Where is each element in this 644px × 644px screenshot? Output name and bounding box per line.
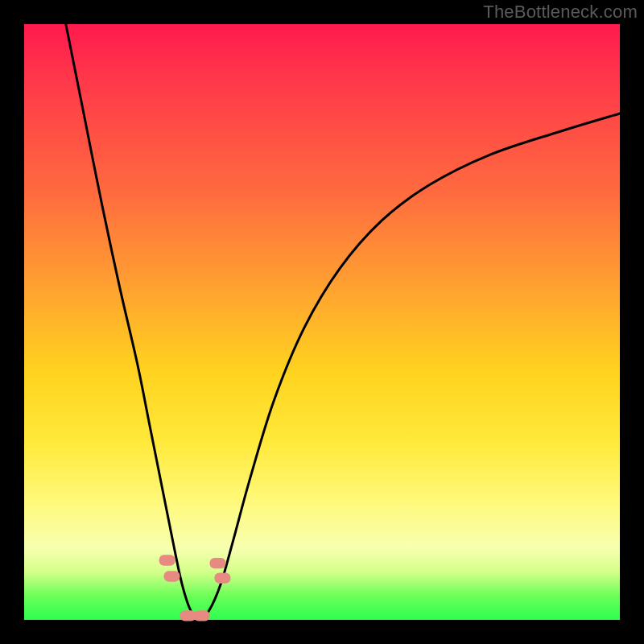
curve-marker: [194, 610, 210, 621]
curve-svg: [24, 24, 620, 620]
curve-marker: [164, 571, 180, 581]
plot-area: [24, 24, 620, 620]
curve-marker: [180, 610, 196, 621]
curve-marker: [214, 573, 230, 584]
watermark-text: TheBottleneck.com: [483, 2, 638, 23]
curve-marker: [159, 555, 175, 565]
chart-frame: TheBottleneck.com: [0, 0, 644, 644]
bottleneck-curve: [66, 24, 620, 617]
curve-marker: [210, 558, 226, 568]
